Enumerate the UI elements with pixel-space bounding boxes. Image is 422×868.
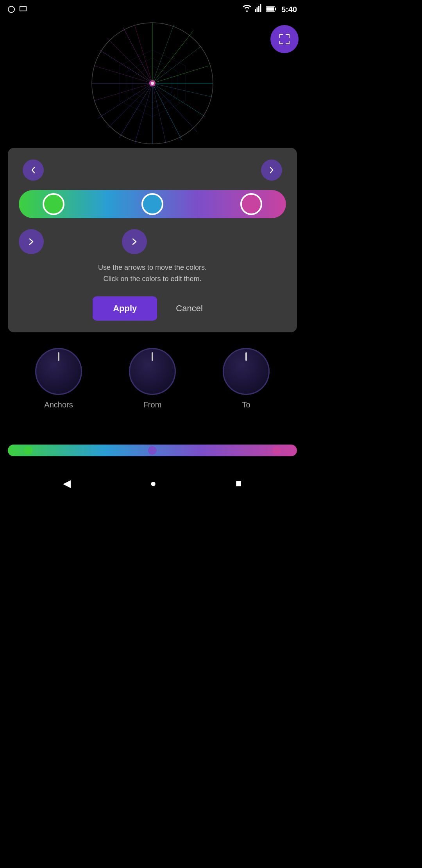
status-bar: 5:40: [0, 0, 305, 19]
bottom-handle-1[interactable]: [24, 446, 32, 455]
bottom-color-bar[interactable]: [8, 445, 297, 456]
chevron-left-button[interactable]: [23, 160, 44, 181]
knob-item-from: From: [129, 348, 176, 409]
color-handle-green[interactable]: [43, 193, 64, 215]
chevron-left-icon: [29, 166, 38, 174]
knob-item-to: To: [223, 348, 270, 409]
arrow-right-button-left[interactable]: [19, 229, 44, 254]
svg-line-12: [152, 83, 205, 117]
instructions-content: Use the arrows to move the colors. Click…: [98, 264, 207, 283]
nav-bar: ◀ ● ■: [0, 468, 305, 499]
cancel-button[interactable]: Cancel: [166, 296, 212, 321]
svg-line-20: [152, 25, 174, 83]
svg-line-24: [152, 83, 166, 144]
nav-recents-button[interactable]: ■: [236, 477, 242, 490]
battery-icon: [266, 4, 277, 14]
svg-line-16: [98, 83, 152, 118]
svg-line-15: [119, 83, 152, 138]
svg-line-18: [100, 50, 152, 83]
signal-icon: [255, 4, 263, 14]
chevron-right-icon: [267, 166, 276, 174]
svg-rect-43: [289, 41, 290, 44]
action-buttons: Apply Cancel: [19, 296, 286, 321]
expand-button[interactable]: [270, 25, 299, 53]
color-slider[interactable]: [19, 190, 286, 218]
arrow-right-icon-2: [130, 237, 139, 246]
knob-label-from: From: [143, 400, 162, 409]
svg-point-35: [151, 82, 154, 85]
arrow-row: [19, 229, 286, 254]
chevron-right-button[interactable]: [261, 160, 282, 181]
svg-rect-39: [289, 34, 290, 38]
bottom-bar-container: [0, 441, 305, 460]
chevron-row: [19, 160, 286, 181]
spacer: [0, 417, 305, 437]
status-bar-left: [8, 6, 27, 13]
apply-button[interactable]: Apply: [93, 296, 157, 321]
svg-rect-37: [279, 34, 280, 38]
svg-line-13: [152, 83, 182, 140]
nav-home-button[interactable]: ●: [150, 477, 156, 490]
knob-label-to: To: [242, 400, 250, 409]
knob-anchors[interactable]: [35, 348, 82, 395]
instructions-text: Use the arrows to move the colors. Click…: [19, 262, 286, 285]
svg-rect-1: [256, 7, 257, 12]
arrow-right-icon: [27, 237, 36, 246]
svg-rect-2: [258, 6, 259, 12]
bottom-handle-2[interactable]: [148, 446, 157, 455]
svg-rect-3: [260, 4, 261, 12]
spiral-canvas: [88, 19, 217, 148]
modal-overlay: Use the arrows to move the colors. Click…: [0, 148, 305, 332]
status-bar-right: 5:40: [242, 4, 297, 14]
knob-label-anchors: Anchors: [44, 400, 73, 409]
arrow-right-button-center[interactable]: [122, 229, 147, 254]
knob-item-anchors: Anchors: [35, 348, 82, 409]
svg-rect-41: [279, 41, 280, 44]
nav-back-button[interactable]: ◀: [63, 477, 71, 490]
color-handle-blue[interactable]: [141, 193, 163, 215]
svg-line-22: [152, 83, 212, 97]
modal-dialog: Use the arrows to move the colors. Click…: [8, 148, 297, 332]
knob-from[interactable]: [129, 348, 176, 395]
wifi-icon: [242, 4, 252, 14]
canvas-area: [0, 19, 305, 148]
color-handle-pink[interactable]: [240, 193, 262, 215]
svg-rect-0: [255, 9, 256, 12]
svg-rect-5: [275, 8, 276, 10]
spiral-svg: [88, 19, 217, 148]
svg-rect-6: [266, 7, 274, 11]
notification-icon-circle: [8, 6, 15, 13]
svg-line-10: [152, 66, 209, 83]
knobs-section: Anchors From To: [0, 332, 305, 417]
notification-icon-square: [20, 6, 27, 11]
time-display: 5:40: [281, 5, 297, 14]
svg-line-23: [152, 83, 197, 132]
expand-icon: [278, 32, 291, 46]
bottom-handle-3[interactable]: [272, 446, 281, 455]
knob-to[interactable]: [223, 348, 270, 395]
